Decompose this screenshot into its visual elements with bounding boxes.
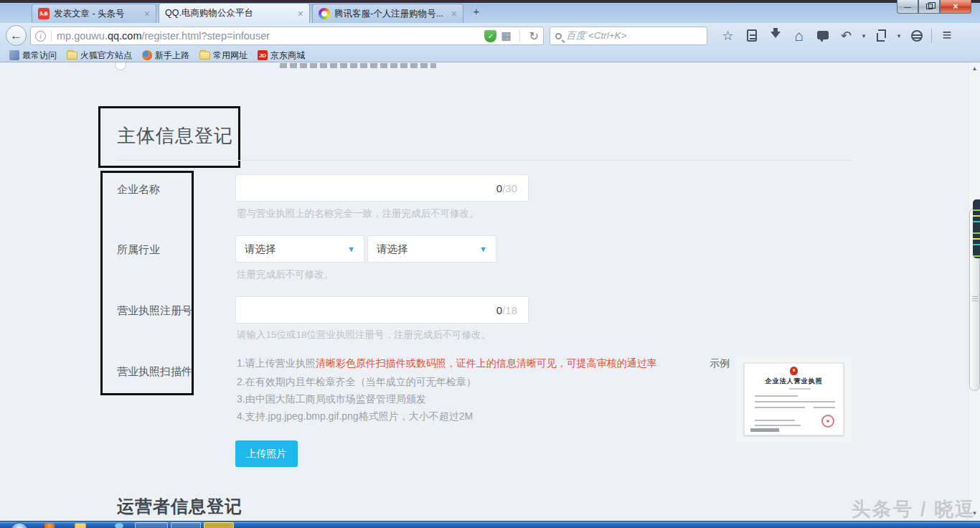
security-shield-icon[interactable]: ✓: [484, 30, 496, 42]
toolbar-icons: ☆ ⌂ ↶ ▾ ▾ ≡: [716, 26, 959, 46]
scrollbar-grip: [972, 296, 978, 302]
taskbar-folder-icon[interactable]: [75, 523, 86, 528]
industry-label: 所属行业: [117, 243, 160, 257]
bookmark-getting-started[interactable]: 新手上路: [138, 50, 193, 62]
minimize-button[interactable]: —: [897, 0, 918, 14]
tab-title: 腾讯客服-个人注册购物号...: [334, 8, 447, 20]
certificate-title: 企业法人营业执照: [745, 377, 843, 386]
certificate-text-line: [755, 420, 795, 421]
downloads-icon[interactable]: [763, 26, 787, 46]
restore-button[interactable]: [918, 0, 940, 14]
search-input[interactable]: 百度 <Ctrl+K>: [550, 27, 707, 45]
tab-tencent-kefu[interactable]: 腾讯客服-个人注册购物号... ×: [312, 4, 463, 23]
bookmark-jd[interactable]: JD 京东商城: [254, 50, 308, 62]
home-icon[interactable]: ⌂: [787, 26, 811, 46]
bookmark-firefox-official[interactable]: 火狐官方站点: [63, 50, 136, 62]
upload-rule-1-highlight: 清晰彩色原件扫描件或数码照，证件上的信息清晰可见，可提高审核的通过率: [316, 357, 657, 369]
certificate-text-line: [814, 407, 835, 408]
menu-hamburger-icon[interactable]: ≡: [935, 26, 959, 46]
bookmarks-bar: 最常访问 火狐官方站点 新手上路 常用网址 JD 京东商城: [0, 49, 980, 62]
start-orb-icon[interactable]: [10, 522, 29, 528]
undo-dropdown-icon[interactable]: ▾: [858, 26, 870, 46]
taskbar-window-button[interactable]: [171, 522, 201, 528]
screenshot-crop-icon[interactable]: [870, 26, 893, 46]
clipped-text-fragment: [280, 63, 436, 68]
company-name-label: 企业名称: [117, 183, 160, 197]
national-emblem-icon: [790, 367, 798, 375]
globe-icon[interactable]: [905, 26, 928, 46]
most-visited-icon: [9, 50, 19, 60]
certificate-text-line: [755, 395, 798, 397]
divider: [931, 29, 932, 43]
firefox-icon: [142, 50, 152, 60]
new-tab-button[interactable]: +: [468, 5, 485, 19]
bookmark-label: 新手上路: [155, 50, 189, 62]
upload-rule-1: 1.请上传营业执照清晰彩色原件扫描件或数码照，证件上的信息清晰可见，可提高审核的…: [237, 357, 657, 370]
bookmark-label: 最常访问: [22, 50, 57, 62]
certificate-redaction-bar: [750, 428, 779, 432]
windows-taskbar[interactable]: [0, 521, 980, 528]
bookmark-common-sites[interactable]: 常用网址: [196, 50, 251, 62]
section-title-subject-info: 主体信息登记: [117, 123, 233, 148]
tab-qq-gouwu[interactable]: QQ.电商购物公众平台 ×: [159, 3, 310, 23]
bookmarks-menu-icon[interactable]: [740, 26, 763, 46]
taskbar-app-icon[interactable]: [115, 523, 123, 528]
industry-select-2[interactable]: 请选择 ▼: [367, 235, 496, 263]
undo-icon[interactable]: ↶: [834, 26, 858, 46]
tab-close-icon[interactable]: ×: [451, 9, 457, 19]
divider: [117, 160, 852, 161]
crop-icon: [877, 31, 886, 40]
license-number-helper: 请输入15位或18位营业执照注册号，注册完成后不可修改。: [237, 329, 491, 341]
industry-select-1[interactable]: 请选择 ▼: [235, 235, 364, 263]
reload-icon[interactable]: ↻: [529, 29, 539, 43]
download-arrow-icon: [771, 32, 781, 38]
qr-code-icon[interactable]: ▦: [501, 29, 511, 42]
license-number-label: 营业执照注册号: [117, 304, 192, 318]
url-bar[interactable]: i mp.gouwu.qq.com/register.html?step=inf…: [30, 27, 544, 45]
bookmark-most-visited[interactable]: 最常访问: [6, 50, 60, 62]
url-text: mp.gouwu.qq.com/register.html?step=infou…: [57, 30, 484, 42]
site-info-icon[interactable]: i: [35, 31, 46, 42]
tab-title: 发表文章 - 头条号: [54, 8, 140, 20]
char-counter-max: /18: [502, 304, 517, 316]
char-counter-max: /30: [502, 182, 517, 194]
certificate-text-line: [814, 401, 835, 402]
char-counter-value: 0: [496, 304, 502, 316]
tab-close-icon[interactable]: ×: [298, 9, 303, 19]
vertical-scrollbar[interactable]: ▲ ▼: [968, 62, 980, 521]
upload-rule-3: 3.由中国大陆工商局或市场监督管理局颁发: [237, 393, 426, 406]
taskbar-window-button-active[interactable]: [204, 522, 234, 528]
certificate-text-line: [755, 407, 805, 408]
annotation-box-labels: [100, 171, 194, 395]
globe-sphere-icon: [911, 30, 923, 42]
scroll-up-icon[interactable]: ▲: [969, 65, 980, 72]
restore-icon: [926, 4, 933, 9]
license-number-input[interactable]: 0/18: [235, 296, 529, 324]
bookmark-label: 京东商城: [270, 50, 305, 62]
license-certificate: 企业法人营业执照: [744, 363, 844, 435]
messages-icon[interactable]: [811, 26, 834, 46]
close-button[interactable]: ×: [940, 0, 971, 14]
chevron-down-icon: ▼: [479, 245, 487, 253]
bookmark-label: 常用网址: [213, 50, 248, 62]
crop-dropdown-icon[interactable]: ▾: [893, 26, 905, 46]
divider: [519, 30, 520, 42]
upload-photo-button[interactable]: 上传照片: [235, 440, 298, 467]
certificate-text-line: [755, 425, 801, 426]
company-name-input[interactable]: 0/30: [235, 174, 529, 202]
radio-button-partial[interactable]: [115, 62, 126, 70]
bookmark-label: 火狐官方站点: [80, 50, 132, 62]
taskbar-firefox-icon[interactable]: [44, 523, 55, 528]
docked-sidebar-widget[interactable]: [973, 199, 980, 258]
watermark-text: 头条号 / 晓逗: [851, 496, 976, 522]
taskbar-window-button[interactable]: [135, 522, 168, 528]
bookmark-star-icon[interactable]: ☆: [716, 26, 740, 46]
certificate-subline: [789, 388, 811, 390]
red-seal-icon: [821, 415, 834, 428]
tab-toutiao[interactable]: 头条 发表文章 - 头条号 ×: [32, 4, 156, 23]
back-button[interactable]: ←: [6, 25, 27, 46]
toutiao-favicon-icon: 头条: [38, 8, 50, 19]
page-content: 主体信息登记 企业名称 0/30 需与营业执照上的名称完全一致，注册完成后不可修…: [0, 62, 968, 521]
upload-rule-2: 2.在有效期内且年检章齐全（当年成立的可无年检章）: [237, 376, 476, 389]
tab-close-icon[interactable]: ×: [144, 9, 150, 19]
